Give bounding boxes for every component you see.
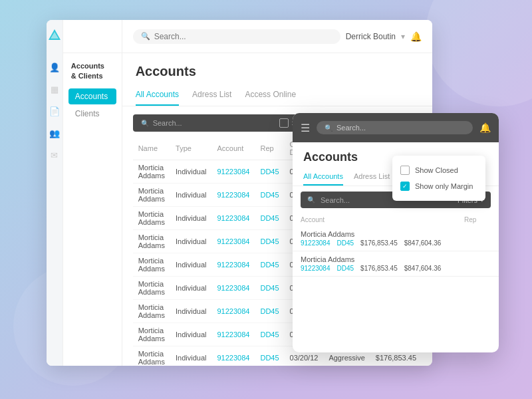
cell-type: Individual: [170, 277, 211, 300]
cell-name: Morticia Addams: [133, 323, 170, 346]
sidebar: Accounts & Clients Accounts Clients: [63, 20, 122, 366]
logo-icon: [47, 28, 62, 45]
cell-rep[interactable]: DD45: [255, 207, 284, 230]
bell-icon[interactable]: 🔔: [410, 31, 422, 42]
dropdown-show-closed-label: Show Closed: [415, 166, 458, 174]
cell-type: Individual: [170, 253, 211, 277]
cell-rep[interactable]: DD45: [255, 323, 284, 346]
cell-rep[interactable]: DD45: [255, 277, 284, 300]
page-header: Accounts: [122, 53, 432, 84]
cell-account[interactable]: 91223084: [212, 300, 255, 323]
mobile-search-icon: 🔍: [325, 124, 332, 132]
col-account: Account: [212, 137, 255, 160]
show-margin-checkbox[interactable]: [279, 118, 289, 128]
user-dropdown-icon[interactable]: ▾: [401, 32, 405, 41]
cell-account[interactable]: 91223084: [212, 253, 255, 277]
mobile-row[interactable]: Morticia Addams 91223084 DD45 $176,853.4…: [293, 251, 499, 277]
cell-name: Morticia Addams: [133, 346, 170, 366]
page-title: Accounts: [136, 64, 419, 79]
mobile-row-rep[interactable]: DD45: [337, 265, 354, 272]
mobile-tab-address-list[interactable]: Adress List: [354, 168, 390, 186]
sidebar-item-accounts[interactable]: Accounts: [68, 88, 116, 104]
cell-type: Individual: [170, 230, 211, 253]
cell-rep[interactable]: DD45: [255, 184, 284, 207]
cell-name: Morticia Addams: [133, 207, 170, 230]
cell-type: Individual: [170, 160, 211, 184]
cell-type: Individual: [170, 184, 211, 207]
cell-account[interactable]: 91223084: [212, 346, 255, 366]
table-search-input[interactable]: [153, 119, 206, 127]
mobile-row-total: $847,604.36: [404, 265, 442, 272]
mobile-col-headers: Account Rep: [293, 213, 499, 226]
topbar: 🔍 Derrick Boutin ▾ 🔔: [122, 20, 432, 53]
mobile-window: ☰ 🔍 🔔 Accounts All Accounts Adress List …: [293, 113, 499, 352]
mobile-row-rep[interactable]: DD45: [337, 239, 354, 247]
cell-account[interactable]: 91223084: [212, 207, 255, 230]
col-type: Type: [170, 137, 211, 160]
tab-all-accounts[interactable]: All Accounts: [136, 84, 179, 106]
user-area: Derrick Boutin ▾ 🔔: [346, 31, 422, 42]
nav-icon-messages[interactable]: ✉: [51, 150, 58, 160]
tab-access-online[interactable]: Access Online: [245, 84, 296, 106]
table-search: 🔍: [141, 119, 274, 127]
cell-type: Individual: [170, 207, 211, 230]
mobile-row-funds: $176,853.45: [360, 239, 398, 247]
mobile-row-funds: $176,853.45: [360, 265, 398, 272]
cell-account[interactable]: 91223084: [212, 184, 255, 207]
table-search-icon: 🔍: [141, 120, 149, 127]
nav-icon-dashboard[interactable]: ▦: [51, 84, 59, 94]
mobile-search-container: 🔍: [317, 121, 473, 134]
mobile-row-total: $847,604.36: [404, 239, 442, 247]
mobile-row-account[interactable]: 91223084: [301, 239, 331, 247]
mobile-table-search-icon: 🔍: [307, 196, 315, 203]
cell-account[interactable]: 91223084: [212, 323, 255, 346]
search-icon: 🔍: [141, 32, 150, 41]
cell-type: Individual: [170, 346, 211, 366]
nav-icon-reports[interactable]: 📄: [49, 106, 60, 116]
sidebar-header: [63, 20, 122, 53]
sidebar-section-title: Accounts & Clients: [63, 53, 122, 84]
cell-rep[interactable]: DD45: [255, 160, 284, 184]
dropdown-show-closed-checkbox[interactable]: [400, 166, 410, 175]
mobile-col-rep: Rep: [464, 216, 491, 223]
dropdown-show-closed[interactable]: Show Closed: [400, 162, 477, 178]
nav-icon-accounts[interactable]: 👤: [49, 63, 60, 72]
mobile-menu-icon[interactable]: ☰: [301, 122, 310, 134]
cell-name: Morticia Addams: [133, 277, 170, 300]
mobile-search-input[interactable]: [336, 124, 465, 132]
sidebar-nav: Accounts Clients: [63, 88, 122, 122]
mobile-row[interactable]: Morticia Addams 91223084 DD45 $176,853.4…: [293, 226, 499, 251]
cell-name: Morticia Addams: [133, 184, 170, 207]
cell-rep[interactable]: DD45: [255, 346, 284, 366]
cell-rep[interactable]: DD45: [255, 300, 284, 323]
tabs: All Accounts Adress List Access Online: [122, 84, 432, 106]
cell-account[interactable]: 91223084: [212, 230, 255, 253]
mobile-row-name: Morticia Addams: [301, 230, 491, 238]
mobile-topbar: ☰ 🔍 🔔: [293, 113, 499, 142]
dropdown-show-margin-checkbox[interactable]: [400, 182, 410, 191]
mobile-row-account[interactable]: 91223084: [301, 265, 331, 272]
mobile-row-data: 91223084 DD45 $176,853.45 $847,604.36: [301, 265, 491, 272]
nav-icon-users[interactable]: 👥: [49, 128, 60, 138]
cell-name: Morticia Addams: [133, 230, 170, 253]
tab-address-list[interactable]: Adress List: [192, 84, 231, 106]
mobile-tab-all-accounts[interactable]: All Accounts: [303, 168, 343, 186]
mobile-table-body: Morticia Addams 91223084 DD45 $176,853.4…: [293, 226, 499, 277]
search-container: 🔍: [133, 29, 340, 44]
cell-type: Individual: [170, 300, 211, 323]
search-input[interactable]: [154, 32, 332, 41]
mobile-row-data: 91223084 DD45 $176,853.45 $847,604.36: [301, 239, 491, 247]
cell-account[interactable]: 91223084: [212, 160, 255, 184]
cell-name: Morticia Addams: [133, 253, 170, 277]
col-rep: Rep: [255, 137, 284, 160]
cell-rep[interactable]: DD45: [255, 230, 284, 253]
cell-rep[interactable]: DD45: [255, 253, 284, 277]
sidebar-item-clients[interactable]: Clients: [63, 106, 122, 122]
mobile-row-name: Morticia Addams: [301, 255, 491, 263]
cell-name: Morticia Addams: [133, 300, 170, 323]
cell-account[interactable]: 91223084: [212, 277, 255, 300]
dropdown-show-margin-label: Show only Margin: [415, 182, 473, 190]
mobile-bell-icon[interactable]: 🔔: [479, 122, 491, 133]
dropdown-show-margin[interactable]: Show only Margin: [400, 178, 477, 194]
icon-bar: 👤 ▦ 📄 👥 ✉: [47, 20, 63, 366]
